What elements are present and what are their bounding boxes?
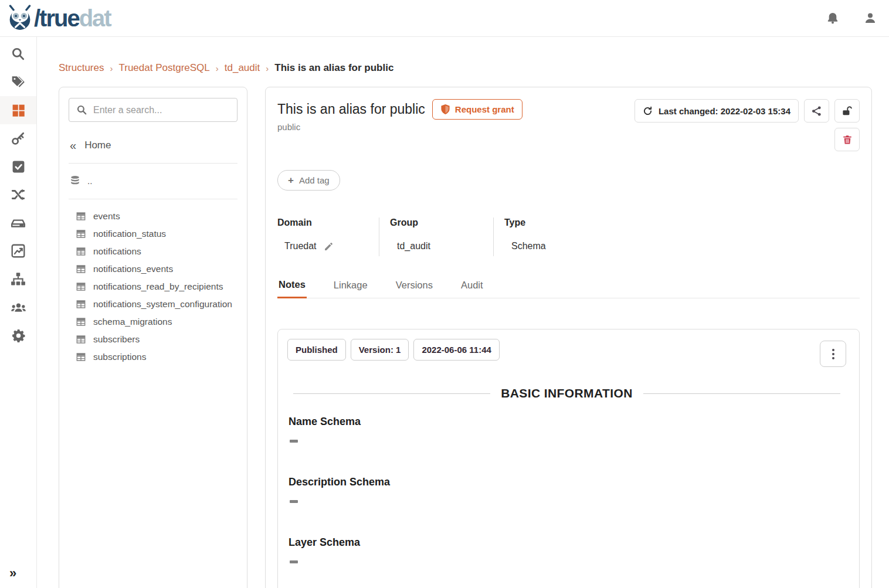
table-list-item[interactable]: schema_migrations — [59, 313, 247, 331]
breadcrumb-current: This is an alias for public — [274, 62, 393, 74]
structure-tree-panel: « Home .. events — [59, 87, 247, 588]
sidebar-item-users[interactable] — [0, 293, 36, 321]
note-actions-menu-button[interactable] — [820, 341, 846, 367]
note-card: Published Version: 1 2022-06-06 11:44 BA… — [277, 329, 860, 588]
sidebar-item-taxonomy[interactable] — [0, 265, 36, 293]
sidebar-item-structures[interactable] — [0, 96, 36, 124]
divider — [643, 393, 840, 394]
table-name: subscriptions — [93, 352, 146, 362]
breadcrumb-separator: › — [110, 63, 113, 73]
note-chips: Published Version: 1 2022-06-06 11:44 — [287, 339, 846, 361]
version-badge: Version: 1 — [351, 339, 409, 361]
table-list-item[interactable]: notifications — [59, 243, 247, 260]
server-icon — [11, 215, 26, 230]
sidebar-item-permissions[interactable] — [0, 124, 36, 152]
sidebar-item-quality[interactable] — [0, 152, 36, 181]
detail-tabs: Notes Linkage Versions Audit — [277, 273, 860, 298]
truedat-logo[interactable]: /truedat — [0, 5, 111, 32]
sidebar-item-dashboards[interactable] — [0, 237, 36, 265]
add-tag-button[interactable]: + Add tag — [277, 170, 340, 191]
table-icon — [76, 229, 86, 239]
plus-icon: + — [288, 175, 294, 185]
home-label: Home — [84, 140, 111, 151]
tree-home-link[interactable]: « Home — [59, 130, 247, 163]
metadata-columns: Domain Truedat Group td_audit — [277, 217, 860, 256]
breadcrumb-separator: › — [266, 63, 269, 73]
table-list-item[interactable]: notifications_system_configuration — [59, 295, 247, 313]
unlock-button[interactable] — [834, 99, 860, 123]
table-name: schema_migrations — [93, 317, 172, 327]
table-icon — [76, 264, 86, 274]
table-icon — [76, 281, 86, 292]
last-changed-button[interactable]: Last changed: 2022-02-03 15:34 — [634, 99, 799, 123]
gear-icon — [11, 328, 26, 343]
breadcrumb-system[interactable]: Truedat PostgreSQL — [118, 62, 209, 74]
breadcrumb-separator: › — [216, 63, 219, 73]
sidebar-icon-rail: » — [0, 37, 37, 588]
group-value: td_audit — [397, 241, 430, 251]
key-icon — [11, 131, 26, 146]
owl-logo-icon — [7, 5, 33, 32]
shuffle-icon — [11, 187, 26, 202]
page-title: This is an alias for public — [277, 101, 425, 117]
table-list-item[interactable]: notification_status — [59, 225, 247, 243]
sidebar-item-tags[interactable] — [0, 68, 36, 96]
main-content: Structures › Truedat PostgreSQL › td_aud… — [37, 37, 889, 588]
logo-wordmark: /truedat — [34, 6, 111, 30]
table-icon — [76, 211, 86, 222]
tags-icon — [11, 74, 26, 90]
empty-value-dash — [290, 560, 298, 563]
top-header: /truedat — [0, 0, 889, 37]
tab-audit[interactable]: Audit — [460, 273, 484, 298]
domain-label: Domain — [277, 217, 379, 228]
divider — [293, 393, 490, 394]
table-list: events notification_status notifications… — [59, 199, 247, 372]
status-badge: Published — [287, 339, 346, 361]
type-label: Type — [504, 217, 608, 228]
table-icon — [76, 334, 86, 345]
sidebar-expand-button[interactable]: » — [0, 566, 36, 588]
delete-button[interactable] — [834, 128, 860, 151]
sidebar-item-settings[interactable] — [0, 321, 36, 349]
share-button[interactable] — [804, 99, 829, 123]
type-value: Schema — [511, 241, 546, 251]
table-name: notifications_events — [93, 264, 173, 274]
sidebar-item-search[interactable] — [0, 40, 36, 68]
table-list-item[interactable]: subscriptions — [59, 348, 247, 366]
group-column: Group td_audit — [379, 217, 493, 256]
breadcrumb-group[interactable]: td_audit — [225, 62, 260, 74]
search-icon — [76, 104, 87, 115]
structure-original-name: public — [277, 122, 522, 132]
type-column: Type Schema — [493, 217, 608, 256]
edit-pencil-icon[interactable] — [324, 242, 334, 251]
table-list-item[interactable]: subscribers — [59, 331, 247, 348]
table-list-item[interactable]: notifications_events — [59, 260, 247, 278]
table-list-item[interactable]: notifications_read_by_recipients — [59, 278, 247, 295]
breadcrumb-structures[interactable]: Structures — [59, 62, 104, 74]
tab-versions[interactable]: Versions — [395, 273, 434, 298]
table-icon — [76, 352, 86, 362]
notifications-bell-button[interactable] — [826, 11, 840, 25]
tree-search-input[interactable] — [93, 105, 230, 115]
tree-parent-link[interactable]: .. — [59, 164, 247, 199]
user-account-button[interactable] — [863, 11, 877, 25]
users-group-icon — [11, 300, 26, 315]
structures-grid-icon — [11, 103, 26, 118]
table-name: notifications_system_configuration — [93, 299, 232, 310]
note-fields: Name Schema Description Schema Layer Sch… — [287, 416, 846, 588]
table-list-item[interactable]: events — [59, 208, 247, 225]
trash-icon — [842, 134, 853, 145]
sidebar-item-lineage[interactable] — [0, 181, 36, 209]
chart-line-icon — [11, 243, 26, 259]
last-changed-label: Last changed: 2022-02-03 15:34 — [659, 106, 790, 116]
tab-notes[interactable]: Notes — [277, 273, 307, 298]
collapse-chevrons-icon: « — [70, 140, 76, 151]
tab-linkage[interactable]: Linkage — [332, 273, 369, 298]
sidebar-item-systems[interactable] — [0, 209, 36, 237]
field-label: Layer Schema — [289, 536, 846, 549]
bell-icon — [826, 11, 840, 25]
table-name: subscribers — [93, 334, 140, 345]
add-tag-label: Add tag — [299, 175, 330, 185]
table-name: notifications — [93, 246, 141, 257]
request-grant-button[interactable]: Request grant — [432, 99, 522, 120]
